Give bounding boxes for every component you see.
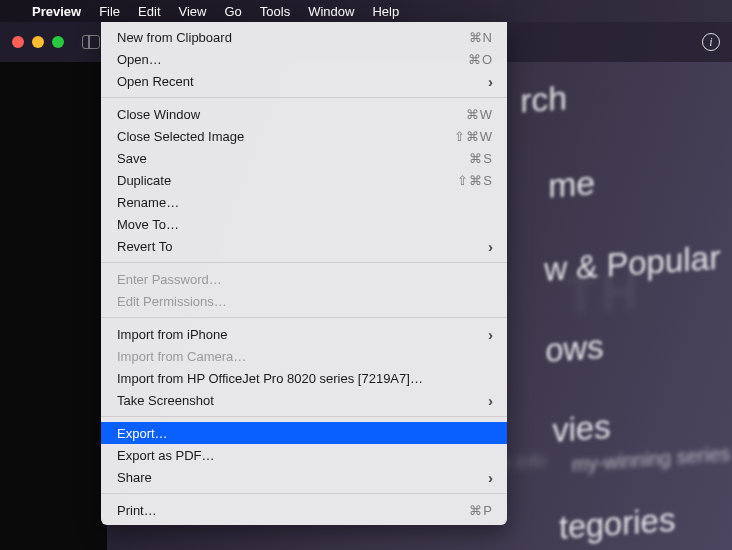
menu-shortcut: ⌘N — [469, 30, 493, 45]
file-menu-dropdown: New from Clipboard⌘NOpen…⌘OOpen Recent›C… — [101, 22, 507, 525]
menu-item: Enter Password… — [101, 268, 507, 290]
minimize-window-button[interactable] — [32, 36, 44, 48]
menu-window[interactable]: Window — [308, 4, 354, 19]
menu-item-label: Rename… — [117, 195, 493, 210]
menu-item-label: Close Window — [117, 107, 466, 122]
menu-item-label: Open… — [117, 52, 468, 67]
menu-item[interactable]: Import from iPhone› — [101, 323, 507, 345]
menu-item[interactable]: Move To… — [101, 213, 507, 235]
menu-go[interactable]: Go — [224, 4, 241, 19]
submenu-arrow-icon: › — [488, 469, 493, 486]
submenu-arrow-icon: › — [488, 73, 493, 90]
submenu-arrow-icon: › — [488, 392, 493, 409]
menu-shortcut: ⌘P — [469, 503, 493, 518]
menu-item[interactable]: Export… — [101, 422, 507, 444]
menu-separator — [101, 317, 507, 318]
app-menu[interactable]: Preview — [32, 4, 81, 19]
menu-item-label: Import from iPhone — [117, 327, 488, 342]
menu-edit[interactable]: Edit — [138, 4, 160, 19]
menu-shortcut: ⇧⌘S — [457, 173, 493, 188]
menu-file[interactable]: File — [99, 4, 120, 19]
menu-shortcut: ⇧⌘W — [454, 129, 493, 144]
menu-item[interactable]: Duplicate⇧⌘S — [101, 169, 507, 191]
menu-item[interactable]: Close Window⌘W — [101, 103, 507, 125]
bg-word: me — [548, 163, 595, 205]
menu-item-label: Export… — [117, 426, 493, 441]
menu-item[interactable]: Open Recent› — [101, 70, 507, 92]
menu-item[interactable]: Open…⌘O — [101, 48, 507, 70]
menu-item[interactable]: New from Clipboard⌘N — [101, 26, 507, 48]
menu-item[interactable]: Revert To› — [101, 235, 507, 257]
menu-item[interactable]: Share› — [101, 466, 507, 488]
menu-item-label: Enter Password… — [117, 272, 493, 287]
menu-item: Import from Camera… — [101, 345, 507, 367]
menu-item[interactable]: Close Selected Image⇧⌘W — [101, 125, 507, 147]
menu-shortcut: ⌘S — [469, 151, 493, 166]
menu-item: Edit Permissions… — [101, 290, 507, 312]
menu-item[interactable]: Import from HP OfficeJet Pro 8020 series… — [101, 367, 507, 389]
menu-item-label: Print… — [117, 503, 469, 518]
menu-item-label: Import from Camera… — [117, 349, 493, 364]
menu-separator — [101, 97, 507, 98]
bg-word: tegories — [559, 501, 675, 547]
menu-item-label: Export as PDF… — [117, 448, 493, 463]
menu-tools[interactable]: Tools — [260, 4, 290, 19]
menu-item-label: Save — [117, 151, 469, 166]
menu-item[interactable]: Rename… — [101, 191, 507, 213]
bg-word: vies — [552, 408, 610, 450]
sidebar-toggle-icon[interactable] — [82, 35, 100, 49]
menu-item-label: Close Selected Image — [117, 129, 454, 144]
menu-shortcut: ⌘W — [466, 107, 493, 122]
menu-item-label: Share — [117, 470, 488, 485]
menu-item[interactable]: Print…⌘P — [101, 499, 507, 521]
menu-separator — [101, 493, 507, 494]
close-window-button[interactable] — [12, 36, 24, 48]
menu-separator — [101, 262, 507, 263]
system-menubar: Preview File Edit View Go Tools Window H… — [0, 0, 732, 22]
zoom-window-button[interactable] — [52, 36, 64, 48]
menu-item-label: Revert To — [117, 239, 488, 254]
menu-item-label: Open Recent — [117, 74, 488, 89]
submenu-arrow-icon: › — [488, 238, 493, 255]
info-icon[interactable]: i — [702, 33, 720, 51]
menu-item-label: Duplicate — [117, 173, 457, 188]
bg-word: ows — [545, 328, 603, 370]
menu-item-label: Edit Permissions… — [117, 294, 493, 309]
submenu-arrow-icon: › — [488, 326, 493, 343]
menu-item-label: Move To… — [117, 217, 493, 232]
menu-view[interactable]: View — [179, 4, 207, 19]
menu-item[interactable]: Take Screenshot› — [101, 389, 507, 411]
window-controls — [12, 36, 64, 48]
menu-separator — [101, 416, 507, 417]
content-dark-area — [0, 62, 107, 550]
bg-word: rch — [520, 78, 567, 120]
menu-shortcut: ⌘O — [468, 52, 493, 67]
menu-item-label: New from Clipboard — [117, 30, 469, 45]
menu-item-label: Import from HP OfficeJet Pro 8020 series… — [117, 371, 493, 386]
menu-item[interactable]: Export as PDF… — [101, 444, 507, 466]
menu-help[interactable]: Help — [372, 4, 399, 19]
menu-item[interactable]: Save⌘S — [101, 147, 507, 169]
menu-item-label: Take Screenshot — [117, 393, 488, 408]
